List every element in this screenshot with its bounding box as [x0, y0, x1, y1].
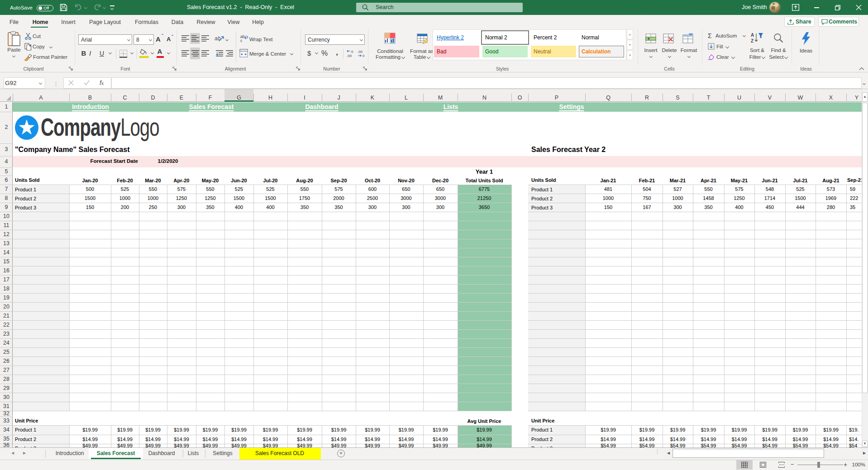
svg-text:0: 0: [351, 50, 353, 54]
svg-text:c: c: [240, 38, 243, 43]
svg-text:Z: Z: [751, 38, 754, 43]
svg-text:.00: .00: [347, 54, 352, 58]
svg-text:A: A: [751, 33, 754, 38]
